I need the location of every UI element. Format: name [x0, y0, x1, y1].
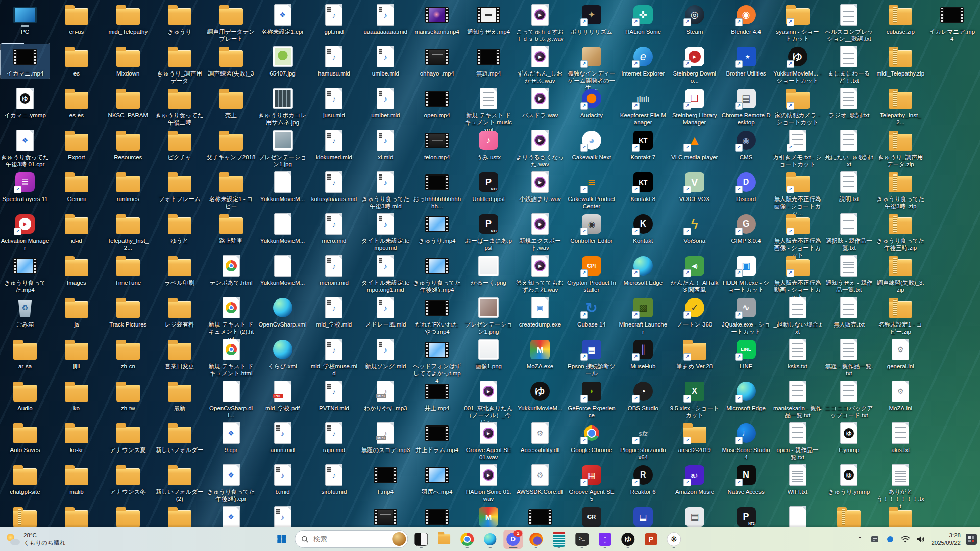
desktop-icon[interactable]: YukkuriMovieM...	[258, 211, 307, 246]
desktop-icon[interactable]: ⚙Accessibility.dll	[516, 420, 565, 455]
desktop-icon[interactable]: ゆきゅうり.ymmp	[824, 462, 873, 497]
desktop-icon[interactable]: 営業日変更	[155, 337, 204, 371]
desktop-icon[interactable]: ゆ↗YukkuriMovieM... - ショートカット	[773, 44, 822, 86]
desktop-icon[interactable]: ↗airset2-2019	[670, 420, 719, 455]
desktop-icon[interactable]: きゅうりボカコレ用サムネ.jpg	[258, 86, 307, 128]
tray-app-icon[interactable]	[870, 534, 880, 545]
desktop-icon[interactable]: ❖きゅうり食ってた午後3時.cpr	[207, 462, 256, 504]
tray-blue-dot-icon[interactable]	[885, 534, 895, 545]
desktop-icon[interactable]: ラベル印刷	[155, 253, 204, 288]
desktop-icon[interactable]: 65407.jpg	[258, 44, 307, 79]
desktop-icon[interactable]: G↗GIMP 3.0.4	[722, 211, 771, 246]
desktop-icon[interactable]: かるーく.png	[464, 253, 513, 288]
desktop-icon[interactable]: manisekarin - 親作品一覧.txt	[773, 379, 822, 420]
desktop-icon[interactable]: ◀)↗かんたん！ AITalk 3 関西風	[670, 253, 719, 295]
file-explorer[interactable]	[434, 530, 454, 549]
desktop-icon[interactable]: ♪b.mid	[258, 462, 307, 497]
desktop-icon[interactable]: 調声用データテンプレート	[207, 2, 256, 44]
purple-chevron-app[interactable]: ⌄⌄	[595, 530, 615, 549]
search-input[interactable]	[312, 535, 388, 543]
desktop-icon[interactable]: ▶ずんだもん_しおかぜふ.wav	[516, 44, 565, 86]
desktop-icon[interactable]: ✦↗ポリリリリズム	[567, 2, 616, 37]
desktop-icon[interactable]: OpenCvSharp.dll...	[207, 379, 256, 420]
desktop-icon[interactable]: NKSC_PARAM	[104, 86, 153, 120]
desktop-icon[interactable]: runtimes	[104, 169, 153, 204]
desktop-icon[interactable]: 新しいフォルダー (2)	[155, 462, 204, 504]
desktop-icon[interactable]: Gemini	[52, 169, 101, 204]
desktop-icon[interactable]: KT↗Kontakt 8	[619, 169, 668, 204]
desktop-icon[interactable]: ♪kotusytuaaus.mid	[309, 169, 358, 204]
desktop-icon[interactable]: ♻ごみ箱	[1, 295, 50, 330]
desktop-icon[interactable]: ◉↗CMS	[722, 128, 771, 162]
desktop-icon[interactable]: ▤↗Chrome Remote Desktop	[722, 86, 771, 128]
desktop-icon[interactable]: ▶小銭詰まり.wav	[516, 169, 565, 204]
desktop-icon[interactable]: Telepathy_Inst_2...	[876, 86, 925, 128]
desktop-icon[interactable]: ↗Microsoft Edge	[619, 253, 668, 288]
desktop-icon[interactable]: Telepathy_Inst_2...	[104, 211, 153, 253]
volume-icon[interactable]	[916, 534, 926, 545]
desktop-icon[interactable]: ♪MP3わかりやす.mp3	[361, 379, 410, 413]
desktop-icon[interactable]: ▶Groove Agent SE 01.wav	[464, 420, 513, 462]
desktop-icon[interactable]: まにまにわーるど！.txt	[824, 44, 873, 86]
desktop-icon[interactable]: TimeTune	[104, 253, 153, 288]
desktop-icon[interactable]: きゅうり_調声用データ	[155, 44, 204, 86]
desktop-icon[interactable]: きゅうり食ってた午後3時 .zip	[876, 169, 925, 211]
desktop-icon[interactable]: ║↗MuseHub	[619, 337, 668, 371]
desktop-icon[interactable]: ♪gpt.mid	[309, 2, 358, 37]
desktop-icon[interactable]: sfz↗Plogue sforzando x64	[619, 420, 668, 462]
desktop-icon[interactable]: ♪uaaaaaaaaa.mid	[361, 2, 410, 37]
desktop-icon[interactable]: ar-sa	[1, 337, 50, 371]
desktop-icon[interactable]: 新しいフォルダー	[155, 420, 204, 455]
desktop-icon[interactable]: 路上駐車	[207, 211, 256, 246]
desktop-icon[interactable]: R↗Reaktor 6	[619, 462, 668, 497]
desktop-icon[interactable]: PNT2おーばーまにあ.ppsf	[464, 211, 513, 253]
desktop-icon[interactable]: Audio	[1, 379, 50, 413]
desktop-icon[interactable]: ♪mid_学校.mid	[309, 295, 358, 330]
desktop-icon[interactable]: zh-cn	[104, 337, 153, 371]
desktop-icon[interactable]: ❖名称未設定1.cpr	[258, 2, 307, 37]
desktop-icon[interactable]: 無人販売.txt	[824, 295, 873, 330]
desktop-icon[interactable]: ◉↗Controller Editor	[567, 211, 616, 246]
desktop-icon[interactable]: Images	[52, 253, 101, 288]
desktop-icon[interactable]: きゅうり食ってた午後3時.mp4	[412, 253, 461, 295]
desktop-icon[interactable]: ♪タイトル未設定.tempo.orig1.mid	[361, 253, 410, 295]
desktop-icon[interactable]: 無題.mp4	[464, 44, 513, 79]
desktop-icon[interactable]: V↗VOICEVOX	[670, 169, 719, 204]
desktop-icon[interactable]: 名称未設定1 - コピー	[207, 169, 256, 211]
desktop-icon[interactable]: おっhhhhhhhhhhhhh...	[412, 169, 461, 211]
desktop-icon[interactable]: akis.txt	[876, 420, 925, 455]
desktop-icon[interactable]: WIFI.txt	[773, 462, 822, 497]
desktop-icon[interactable]: ✓↗ノートン 360	[670, 295, 719, 330]
desktop-icon[interactable]: レジ袋有料	[155, 295, 204, 330]
desktop-icon[interactable]: ヘルスコンプレッション__歌詞.txt	[824, 2, 873, 44]
desktop-icon[interactable]: ▶HALion Sonic 01.wav	[464, 462, 513, 504]
desktop-icon[interactable]: アナウンス冬	[104, 462, 153, 497]
desktop-icon[interactable]: ニコニコバックアップコード.txt	[824, 379, 873, 420]
desktop-icon[interactable]: ◎↗Steam	[670, 2, 719, 37]
desktop-icon[interactable]: ◕↗Cakewalk Next	[567, 128, 616, 162]
desktop-icon[interactable]: ♪jusu.mid	[309, 86, 358, 120]
desktop-icon[interactable]: ▶こってゅｈｄすおｆｄｓｂふぉ.wav	[516, 2, 565, 44]
desktop-icon[interactable]: ♪xl.mid	[361, 128, 410, 162]
desktop-icon[interactable]: CPI↗Crypton Product Installer	[567, 253, 616, 295]
desktop-icon[interactable]: ko	[52, 379, 101, 413]
desktop-icon[interactable]: 説明.txt	[824, 169, 873, 204]
desktop-icon[interactable]: ⚙general.ini	[876, 337, 925, 371]
wifi-icon[interactable]	[900, 534, 911, 545]
desktop-icon[interactable]: ♪mero.mid	[309, 211, 358, 246]
desktop-icon[interactable]: ✜↗HALion Sonic	[619, 2, 668, 37]
desktop-icon[interactable]: ♪sirofu.mid	[309, 462, 358, 497]
desktop-icon[interactable]: ラジオ_歌詞.txt	[824, 86, 873, 120]
desktop-icon[interactable]: 無題 - 親作品一覧.txt	[824, 337, 873, 379]
desktop-icon[interactable]: ♪MP3無題のスコア.mp3	[361, 420, 410, 455]
desktop-icon[interactable]: LINE↗LINE	[722, 337, 771, 371]
discord[interactable]: D1	[503, 530, 523, 549]
desktop-icon[interactable]: ♪kiokumed.mid	[309, 128, 358, 162]
desktop-icon[interactable]: ♪mid_学校muse.mid	[309, 337, 358, 379]
powerpoint[interactable]: P	[641, 530, 660, 549]
desktop-icon[interactable]: ↗家の防犯カメラ - ショートカット	[773, 86, 822, 128]
desktop-icon[interactable]: ▲↗VLC media player	[670, 128, 719, 162]
desktop-icon[interactable]: e↗Internet Explorer	[619, 44, 668, 79]
desktop-icon[interactable]: きゅうり_調声用データ.zip	[876, 128, 925, 169]
desktop-icon[interactable]: きゅうり食ってた午後三時.zip	[876, 211, 925, 253]
